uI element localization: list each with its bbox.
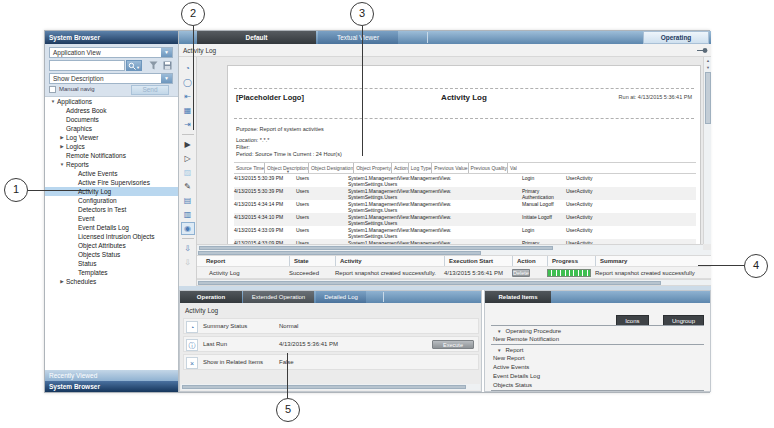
tree-item[interactable]: Activity Log <box>45 187 178 196</box>
tree-item[interactable]: Event Details Log <box>45 223 178 232</box>
tree-item[interactable]: ▶Logics <box>45 142 178 151</box>
expander-icon[interactable]: ▼ <box>497 348 501 353</box>
send-button[interactable]: Send <box>131 85 169 95</box>
expander-icon[interactable]: ▼ <box>497 329 501 334</box>
recently-viewed-bar[interactable]: Recently Viewed <box>45 370 178 381</box>
tab-related-items[interactable]: Related Items <box>485 291 551 303</box>
search-input[interactable] <box>49 60 125 71</box>
table-row[interactable]: 4/13/2015 5:30:39 PM Users System1.Manag… <box>234 187 696 200</box>
related-item[interactable]: Active Events <box>491 363 704 372</box>
tab-operation[interactable]: Operation <box>180 291 242 303</box>
related-item[interactable]: New Remote Notification <box>491 335 704 344</box>
tree-item[interactable]: ▼Applications <box>45 97 178 106</box>
column-header[interactable]: Previous Value <box>431 163 467 173</box>
tree-item[interactable]: ▶Schedules <box>45 277 178 286</box>
expander-icon[interactable]: ▶ <box>58 133 66 142</box>
tree-item[interactable]: ▶Log Viewer <box>45 133 178 142</box>
table-row[interactable]: 4/13/2015 4:34:10 PM Users System1.Manag… <box>234 213 696 226</box>
scrollbar-thumb[interactable] <box>198 251 481 255</box>
tab-default[interactable]: Default <box>197 31 316 44</box>
tree-item[interactable]: Licensed Intrusion Objects <box>45 232 178 241</box>
export-excel-icon[interactable]: ▥ <box>181 208 195 221</box>
horizontal-scrollbar[interactable] <box>197 250 711 256</box>
callout-1-line <box>28 190 90 191</box>
chevron-down-icon[interactable]: ▼ <box>161 74 172 83</box>
delete-button[interactable]: Delete <box>512 269 530 277</box>
tab-operating[interactable]: Operating <box>643 31 709 44</box>
scrollbar-thumb[interactable] <box>705 72 711 124</box>
table-row[interactable]: 4/13/2015 5:30:39 PM Users System1.Manag… <box>234 174 696 187</box>
tree-item[interactable]: Remote Notifications <box>45 151 178 160</box>
filter-icon[interactable] <box>149 61 158 70</box>
scroll-up-icon[interactable]: ▲ <box>704 57 711 64</box>
export-disabled-icon[interactable]: ⇩ <box>181 256 195 269</box>
status-strip-row[interactable]: Activity Log Succeeded Report snapshot c… <box>197 267 711 279</box>
operation-row-label: Summary Status <box>203 323 247 329</box>
tree-item[interactable]: Documents <box>45 115 178 124</box>
related-item[interactable]: New Report <box>491 354 704 363</box>
selection-icon[interactable]: ▨ <box>181 166 195 179</box>
expander-icon[interactable]: ▼ <box>49 97 57 106</box>
vertical-scrollbar[interactable]: ▲ ▼ <box>703 57 711 244</box>
expander-icon[interactable]: ▶ <box>58 277 66 286</box>
manual-nav-label: Manual navig <box>59 86 95 92</box>
snapshot-icon[interactable]: ◉ <box>181 222 195 235</box>
column-header[interactable]: Log Type <box>408 163 431 173</box>
horizontal-scrollbar[interactable] <box>181 384 480 390</box>
column-header[interactable]: Object Designation <box>308 163 353 173</box>
related-item[interactable]: ▼Operating Procedure <box>491 325 704 335</box>
tree-item[interactable]: Event <box>45 214 178 223</box>
tree-item[interactable]: Templates <box>45 268 178 277</box>
export-icon[interactable]: ⇩ <box>181 242 195 255</box>
table-row[interactable]: 4/13/2015 4:34:14 PM Users System1.Manag… <box>234 200 696 213</box>
cell-object-property <box>466 202 522 213</box>
tree-item[interactable]: Active Events <box>45 169 178 178</box>
search-button[interactable]: ▼ <box>126 60 142 71</box>
tab-detailed-log[interactable]: Detailed Log <box>316 291 366 303</box>
related-item[interactable]: Objects Status <box>491 381 704 390</box>
tree-item[interactable]: Active Fire Supervisories <box>45 178 178 187</box>
column-header[interactable]: Source Time <box>234 163 264 173</box>
scroll-down-icon[interactable]: ▼ <box>704 64 711 71</box>
tree-item[interactable]: Status <box>45 259 178 268</box>
save-icon[interactable] <box>163 61 172 70</box>
execute-button[interactable]: Execute <box>432 340 474 349</box>
selected-object-label: Activity Log <box>183 47 216 54</box>
related-item[interactable]: ▼Report <box>491 344 704 354</box>
table-row[interactable]: 4/13/2015 4:33:09 PM Users System1.Manag… <box>234 226 696 239</box>
related-item[interactable]: Event Details Log <box>491 372 704 381</box>
tree-item-label: Logics <box>66 143 85 150</box>
tree-item[interactable]: ▼Reports <box>45 160 178 169</box>
expander-icon[interactable]: ▼ <box>58 160 66 169</box>
export-pdf-icon[interactable]: ▤ <box>181 194 195 207</box>
tree-item-label: Active Fire Supervisories <box>78 179 150 186</box>
tree-item[interactable]: Detectors in Test <box>45 205 178 214</box>
callout-3: 3 <box>350 2 374 26</box>
tree-item[interactable]: Objects Status <box>45 250 178 259</box>
tree-item[interactable]: Graphics <box>45 124 178 133</box>
play-icon[interactable]: ▶ <box>181 138 195 151</box>
column-header[interactable]: Action <box>391 163 408 173</box>
horizontal-scrollbar[interactable] <box>197 279 711 286</box>
report-location: Location: *.*.* <box>236 137 342 144</box>
column-header[interactable]: Object Property <box>353 163 391 173</box>
chevron-down-icon[interactable]: ▼ <box>161 48 172 57</box>
play-options-icon[interactable]: ▷ <box>181 152 195 165</box>
pin-icon[interactable] <box>697 47 708 54</box>
tab-textual-viewer[interactable]: Textual Viewer <box>318 31 398 44</box>
tab-extended-operation[interactable]: Extended Operation <box>243 291 314 303</box>
column-header[interactable]: Val <box>507 163 517 173</box>
column-header[interactable]: Previous Quality <box>468 163 507 173</box>
scrollbar-thumb[interactable] <box>182 385 466 389</box>
description-dropdown[interactable]: Show Description ▼ <box>49 73 173 84</box>
system-browser-footer-tab[interactable]: System Browser <box>45 381 178 392</box>
tree-item[interactable]: Object Attributes <box>45 241 178 250</box>
view-selector-dropdown[interactable]: Application View ▼ <box>49 47 173 58</box>
tree-item[interactable]: Configuration <box>45 196 178 205</box>
expander-icon[interactable]: ▶ <box>58 142 66 151</box>
manual-nav-checkbox[interactable] <box>49 86 56 93</box>
scrollbar-thumb[interactable] <box>198 281 661 285</box>
tree-item[interactable]: Address Book <box>45 106 178 115</box>
operation-object-label: Activity Log <box>185 307 218 314</box>
edit-icon[interactable]: ✎ <box>181 180 195 193</box>
